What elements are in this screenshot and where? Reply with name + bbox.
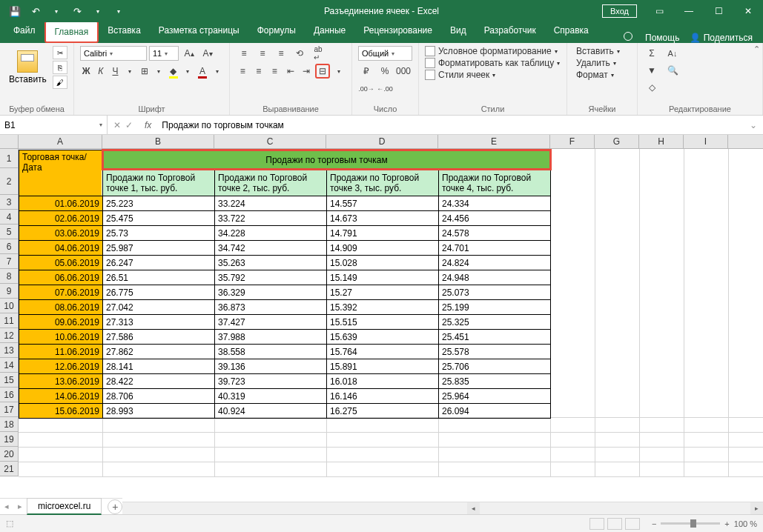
col-header-B[interactable]: B xyxy=(102,135,214,148)
merge-caret[interactable]: ▾ xyxy=(332,64,346,79)
conditional-formatting-button[interactable]: Условное форматирование▾ xyxy=(425,46,558,56)
undo-caret[interactable]: ▾ xyxy=(47,2,65,20)
cell-C13[interactable]: 38.558 xyxy=(215,345,327,359)
bold-button[interactable]: Ж xyxy=(80,64,93,79)
tab-файл[interactable]: Файл xyxy=(4,21,44,43)
tab-формулы[interactable]: Формулы xyxy=(248,21,305,43)
tell-me-icon[interactable] xyxy=(624,32,635,43)
cell-A15[interactable]: 13.06.2019 xyxy=(19,374,103,389)
cell-B8[interactable]: 26.51 xyxy=(103,270,215,285)
cell-D8[interactable]: 15.149 xyxy=(327,270,439,285)
cell-C5[interactable]: 34.228 xyxy=(215,226,327,241)
align-left-icon[interactable]: ≡ xyxy=(236,64,249,79)
cell-D5[interactable]: 14.791 xyxy=(327,226,439,241)
add-sheet-button[interactable]: + xyxy=(108,499,122,514)
save-icon[interactable]: 💾 xyxy=(6,2,24,20)
enter-formula-icon[interactable]: ✓ xyxy=(125,120,133,130)
sort-filter-icon[interactable]: A↓ xyxy=(664,46,681,61)
clear-icon[interactable]: ◇ xyxy=(644,80,660,95)
collapse-ribbon-icon[interactable]: ⌃ xyxy=(753,44,760,54)
cell-D6[interactable]: 14.909 xyxy=(327,241,439,256)
cell-C14[interactable]: 39.136 xyxy=(215,359,327,374)
sheet-tab[interactable]: microexcel.ru xyxy=(27,498,102,515)
merged-title-cell[interactable]: Продажи по торговым точкам xyxy=(103,150,551,170)
cell-B13[interactable]: 27.862 xyxy=(103,345,215,359)
redo-caret[interactable]: ▾ xyxy=(89,2,107,20)
orient-icon[interactable]: ⟲ xyxy=(291,46,308,61)
cell-A11[interactable]: 09.06.2019 xyxy=(19,315,103,330)
paste-button[interactable]: Вставить xyxy=(6,49,50,86)
cell-C17[interactable]: 40.924 xyxy=(215,404,327,419)
cell-A1[interactable]: Торговая точка/Дата xyxy=(19,150,103,196)
cell-C10[interactable]: 36.873 xyxy=(215,300,327,315)
font-name-select[interactable]: Calibri▾ xyxy=(80,46,147,61)
cell-D9[interactable]: 15.27 xyxy=(327,285,439,300)
row-header-7[interactable]: 7 xyxy=(0,254,19,269)
cell-E3[interactable]: 24.334 xyxy=(439,196,551,211)
cell-B14[interactable]: 28.141 xyxy=(103,359,215,374)
col-header-D[interactable]: D xyxy=(326,135,438,148)
hscroll-track[interactable] xyxy=(480,502,750,514)
cell-E12[interactable]: 25.451 xyxy=(439,330,551,345)
col-header-C[interactable]: C xyxy=(214,135,326,148)
number-format-select[interactable]: Общий▾ xyxy=(358,46,412,61)
merge-cells-button[interactable]: ⊟ xyxy=(315,64,329,79)
row-header-15[interactable]: 15 xyxy=(0,373,19,388)
tab-разметка страницы[interactable]: Разметка страницы xyxy=(150,21,248,43)
cell-E6[interactable]: 24.701 xyxy=(439,241,551,256)
row-header-6[interactable]: 6 xyxy=(0,239,19,254)
cell-C9[interactable]: 36.329 xyxy=(215,285,327,300)
cell-E4[interactable]: 24.456 xyxy=(439,211,551,226)
maximize-button[interactable]: ☐ xyxy=(704,0,733,22)
cell-D13[interactable]: 15.764 xyxy=(327,345,439,359)
borders-caret[interactable]: ▾ xyxy=(153,64,165,79)
row-header-4[interactable]: 4 xyxy=(0,210,19,225)
cell-A12[interactable]: 10.06.2019 xyxy=(19,330,103,345)
help-link[interactable]: Помощь xyxy=(645,33,679,43)
cell-B3[interactable]: 25.223 xyxy=(103,196,215,211)
sheet-nav-prev[interactable]: ◂ xyxy=(0,502,13,511)
cell-A16[interactable]: 14.06.2019 xyxy=(19,389,103,404)
align-middle-icon[interactable]: ≡ xyxy=(254,46,271,61)
row-header-16[interactable]: 16 xyxy=(0,388,19,402)
row-header-21[interactable]: 21 xyxy=(0,462,19,476)
increase-indent-icon[interactable]: ⇥ xyxy=(300,64,313,79)
format-painter-icon[interactable]: 🖌 xyxy=(53,76,67,89)
row-header-1[interactable]: 1 xyxy=(0,149,19,168)
decrease-decimal-icon[interactable]: ←.00 xyxy=(377,82,393,96)
col-header-G[interactable]: G xyxy=(595,135,639,148)
sheet-nav-next[interactable]: ▸ xyxy=(13,502,27,511)
close-button[interactable]: ✕ xyxy=(733,0,763,22)
cell-C12[interactable]: 37.988 xyxy=(215,330,327,345)
italic-button[interactable]: К xyxy=(95,64,108,79)
col-header-A[interactable]: A xyxy=(19,135,102,148)
format-as-table-button[interactable]: Форматировать как таблицу▾ xyxy=(425,58,560,68)
cell-E9[interactable]: 25.073 xyxy=(439,285,551,300)
zoom-slider[interactable] xyxy=(661,522,720,525)
cell-A3[interactable]: 01.06.2019 xyxy=(19,196,103,211)
cell-A9[interactable]: 07.06.2019 xyxy=(19,285,103,300)
col-header-F[interactable]: F xyxy=(550,135,595,148)
cell-A13[interactable]: 11.06.2019 xyxy=(19,345,103,359)
cell-D12[interactable]: 15.639 xyxy=(327,330,439,345)
find-select-icon[interactable]: 🔍 xyxy=(664,63,681,78)
row-header-3[interactable]: 3 xyxy=(0,195,19,210)
cell-E17[interactable]: 26.094 xyxy=(439,404,551,419)
cell-D16[interactable]: 16.146 xyxy=(327,389,439,404)
decrease-font-icon[interactable]: A▾ xyxy=(199,46,216,61)
currency-icon[interactable]: ₽ xyxy=(358,64,374,79)
tab-справка[interactable]: Справка xyxy=(545,21,598,43)
col-header-I[interactable]: I xyxy=(684,135,728,148)
tab-главная[interactable]: Главная xyxy=(44,21,99,43)
autosum-icon[interactable]: Σ xyxy=(644,46,660,61)
cell-E11[interactable]: 25.325 xyxy=(439,315,551,330)
scroll-right-button[interactable]: ▸ xyxy=(750,502,763,514)
cell-D3[interactable]: 14.557 xyxy=(327,196,439,211)
decrease-indent-icon[interactable]: ⇤ xyxy=(283,64,297,79)
ribbon-display-icon[interactable]: ▭ xyxy=(644,0,674,22)
zoom-level[interactable]: 100 % xyxy=(734,519,757,528)
row-header-9[interactable]: 9 xyxy=(0,284,19,299)
cell-C11[interactable]: 37.427 xyxy=(215,315,327,330)
copy-icon[interactable]: ⎘ xyxy=(53,61,67,74)
cell-B4[interactable]: 25.475 xyxy=(103,211,215,226)
